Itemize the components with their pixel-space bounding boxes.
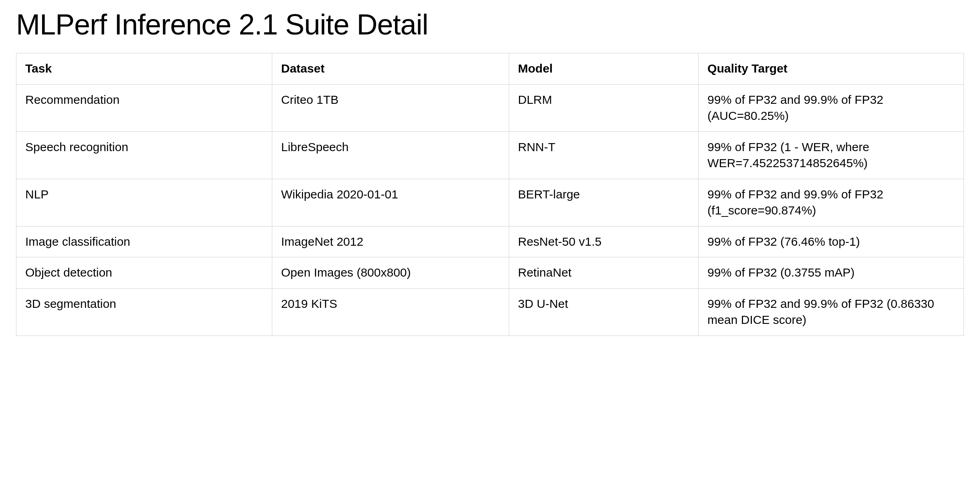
- header-dataset: Dataset: [272, 53, 509, 85]
- cell-dataset: Wikipedia 2020-01-01: [272, 179, 509, 226]
- table-row: Speech recognition LibreSpeech RNN-T 99%…: [16, 131, 964, 179]
- cell-dataset: 2019 KiTS: [272, 288, 509, 336]
- cell-task: Image classification: [16, 226, 272, 257]
- table-row: Object detection Open Images (800x800) R…: [16, 257, 964, 289]
- cell-quality: 99% of FP32 and 99.9% of FP32 (0.86330 m…: [699, 288, 964, 336]
- cell-model: BERT-large: [509, 179, 699, 226]
- cell-task: NLP: [16, 179, 272, 226]
- cell-dataset: Criteo 1TB: [272, 84, 509, 131]
- cell-task: 3D segmentation: [16, 288, 272, 336]
- table-row: Recommendation Criteo 1TB DLRM 99% of FP…: [16, 84, 964, 131]
- table-row: 3D segmentation 2019 KiTS 3D U-Net 99% o…: [16, 288, 964, 336]
- cell-model: 3D U-Net: [509, 288, 699, 336]
- cell-quality: 99% of FP32 and 99.9% of FP32 (AUC=80.25…: [699, 84, 964, 131]
- cell-dataset: ImageNet 2012: [272, 226, 509, 257]
- cell-task: Recommendation: [16, 84, 272, 131]
- header-model: Model: [509, 53, 699, 85]
- cell-model: RNN-T: [509, 131, 699, 179]
- header-task: Task: [16, 53, 272, 85]
- cell-dataset: Open Images (800x800): [272, 257, 509, 289]
- cell-quality: 99% of FP32 (0.3755 mAP): [699, 257, 964, 289]
- cell-task: Speech recognition: [16, 131, 272, 179]
- page-title: MLPerf Inference 2.1 Suite Detail: [16, 8, 964, 41]
- suite-table: Task Dataset Model Quality Target Recomm…: [16, 53, 964, 336]
- cell-quality: 99% of FP32 (76.46% top-1): [699, 226, 964, 257]
- table-row: Image classification ImageNet 2012 ResNe…: [16, 226, 964, 257]
- table-header-row: Task Dataset Model Quality Target: [16, 53, 964, 85]
- cell-quality: 99% of FP32 and 99.9% of FP32 (f1_score=…: [699, 179, 964, 226]
- cell-dataset: LibreSpeech: [272, 131, 509, 179]
- header-quality: Quality Target: [699, 53, 964, 85]
- cell-model: RetinaNet: [509, 257, 699, 289]
- cell-task: Object detection: [16, 257, 272, 289]
- cell-model: DLRM: [509, 84, 699, 131]
- cell-model: ResNet-50 v1.5: [509, 226, 699, 257]
- cell-quality: 99% of FP32 (1 - WER, where WER=7.452253…: [699, 131, 964, 179]
- table-row: NLP Wikipedia 2020-01-01 BERT-large 99% …: [16, 179, 964, 226]
